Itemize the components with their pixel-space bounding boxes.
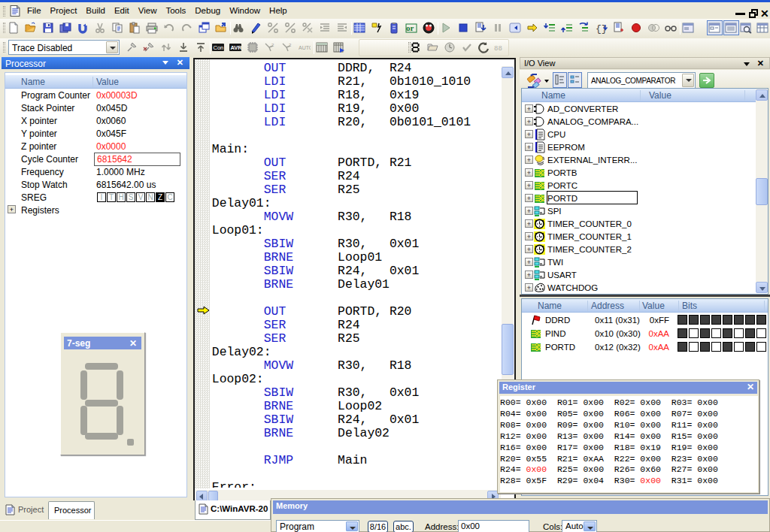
svg-text:Con: Con <box>214 44 224 51</box>
svg-text:2: 2 <box>289 43 292 47</box>
svg-text:or: or <box>406 23 414 32</box>
svg-text:88: 88 <box>494 45 502 53</box>
svg-text:AVR: AVR <box>231 44 242 51</box>
svg-text:AUTO: AUTO <box>299 45 311 50</box>
svg-text:2: 2 <box>271 43 274 47</box>
